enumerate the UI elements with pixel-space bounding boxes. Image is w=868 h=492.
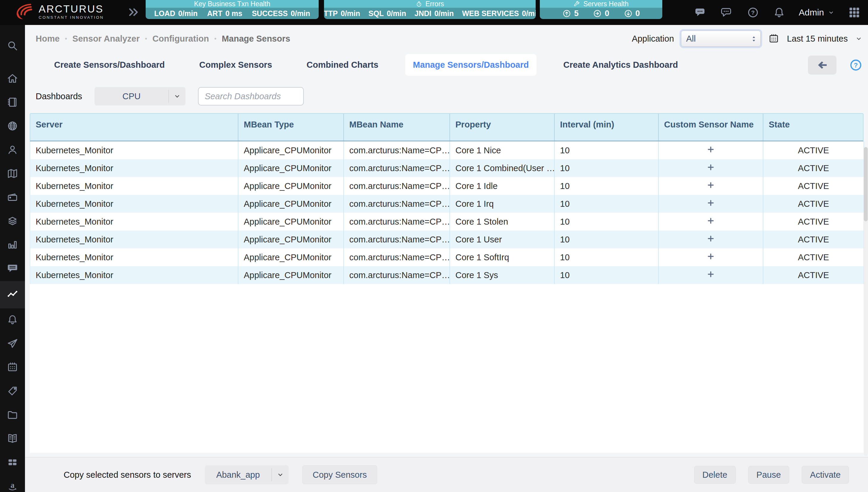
sidebar-item-globe[interactable] [0, 115, 25, 139]
tab-complex-sensors[interactable]: Complex Sensors [191, 54, 280, 76]
sidebar-item-amazon[interactable]: a [0, 475, 25, 492]
sidebar-item-line-chart[interactable] [0, 281, 25, 309]
cell-property: Core 1 Combined(User … [450, 159, 555, 177]
breadcrumb-item-home[interactable]: Home [36, 34, 60, 44]
app-logo[interactable]: ARCTURUS CONSTANT INNOVATION [14, 1, 104, 22]
calendar-icon[interactable] [768, 33, 780, 45]
search-icon [6, 40, 19, 53]
errors-panel[interactable]: Errors HTTP0/minSQL0/minJNDI0/minWEB SER… [324, 0, 536, 19]
custom-sensor-add-button[interactable] [659, 177, 763, 195]
custom-sensor-add-button[interactable] [659, 142, 763, 159]
sidebar-item-user[interactable] [0, 139, 25, 162]
sidebar-item-search[interactable] [0, 34, 25, 58]
breadcrumb-item-sensor-analyzer[interactable]: Sensor Analyzer [73, 34, 140, 44]
custom-sensor-add-button[interactable] [659, 230, 763, 248]
sidebar-item-notebook[interactable] [0, 91, 25, 115]
metric-value: 0/min [522, 9, 536, 18]
cell-mbean_name: com.arcturus:Name=CP… [344, 159, 450, 177]
col-header-property[interactable]: Property [450, 114, 555, 141]
pause-button[interactable]: Pause [748, 466, 789, 484]
col-header-server[interactable]: Server [30, 114, 238, 141]
copy-sensors-label: Copy selected sensors to servers [64, 470, 191, 480]
table-scrollbar[interactable] [864, 147, 868, 456]
cell-property: Core 1 Irq [450, 195, 555, 213]
custom-sensor-add-button[interactable] [659, 266, 763, 284]
time-range-chevron-icon[interactable] [855, 35, 863, 43]
chat-filled-icon[interactable] [694, 6, 707, 19]
table-row[interactable]: Kubernetes_MonitorApplicare_CPUMonitorco… [30, 159, 864, 177]
table-row[interactable]: Kubernetes_MonitorApplicare_CPUMonitorco… [30, 195, 864, 213]
custom-sensor-add-button[interactable] [659, 248, 763, 266]
sidebar-item-map[interactable] [0, 162, 25, 186]
table-row[interactable]: Kubernetes_MonitorApplicare_CPUMonitorco… [30, 213, 864, 230]
col-header-state[interactable]: State [763, 114, 864, 141]
application-select-value: All [686, 34, 696, 44]
breadcrumb-separator: • [65, 35, 67, 42]
sidebar-item-wallet[interactable] [0, 186, 25, 210]
chat-outline-icon[interactable] [720, 6, 733, 19]
admin-menu[interactable]: Admin [799, 7, 835, 18]
sidebar-item-tag[interactable] [0, 380, 25, 403]
sidebar-item-folder[interactable] [0, 403, 25, 427]
breadcrumb-separator: • [145, 35, 147, 42]
help-circle-icon[interactable]: ? [746, 6, 760, 19]
folder-icon [6, 409, 19, 422]
metric-value: 0 ms [225, 9, 242, 18]
tab-create-analytics-dashboard[interactable]: Create Analytics Dashboard [556, 54, 686, 76]
table-row[interactable]: Kubernetes_MonitorApplicare_CPUMonitorco… [30, 230, 864, 248]
activate-button[interactable]: Activate [802, 466, 849, 484]
custom-sensor-add-button[interactable] [659, 195, 763, 213]
col-header-interval-min[interactable]: Interval (min) [555, 114, 659, 141]
plus-icon [706, 270, 715, 281]
sidebar-item-layers[interactable] [0, 210, 25, 233]
table-row[interactable]: Kubernetes_MonitorApplicare_CPUMonitorco… [30, 266, 864, 284]
table-row[interactable]: Kubernetes_MonitorApplicare_CPUMonitorco… [30, 177, 864, 195]
table-row[interactable]: Kubernetes_MonitorApplicare_CPUMonitorco… [30, 248, 864, 266]
tag-icon [6, 385, 19, 398]
help-icon[interactable]: ? [849, 58, 863, 72]
arcturus-logo-icon [14, 1, 34, 22]
target-server-select[interactable]: Abank_app [205, 465, 289, 484]
delete-button[interactable]: Delete [694, 466, 736, 484]
kbt-health-panel[interactable]: Key Business Txn Health LOAD0/minART0 ms… [146, 0, 319, 19]
dashboard-select[interactable]: CPU [95, 87, 186, 105]
plus-icon [706, 198, 715, 210]
metric-label: HTTP [324, 9, 338, 18]
apps-grid-icon[interactable] [848, 6, 861, 19]
col-header-custom-sensor-name[interactable]: Custom Sensor Name [659, 114, 763, 141]
dashboard-search-input[interactable] [198, 87, 304, 105]
tab-manage-sensors-dashboard[interactable]: Manage Sensors/Dashboard [405, 54, 536, 76]
breadcrumb-item-configuration[interactable]: Configuration [152, 34, 209, 44]
custom-sensor-add-button[interactable] [659, 213, 763, 230]
col-header-mbean-name[interactable]: MBean Name [344, 114, 450, 141]
copy-sensors-button[interactable]: Copy Sensors [302, 465, 377, 484]
time-range-label[interactable]: Last 15 minutes [787, 34, 848, 44]
sidebar-item-bell[interactable] [0, 309, 25, 332]
sidebar-item-book[interactable] [0, 427, 25, 451]
custom-sensor-add-button[interactable] [659, 159, 763, 177]
cell-interval: 10 [555, 266, 659, 284]
col-header-mbean-type[interactable]: MBean Type [238, 114, 344, 141]
sidebar-item-bar-chart[interactable] [0, 233, 25, 257]
cell-property: Core 1 User [450, 230, 555, 248]
sidebar-item-comments[interactable] [0, 257, 25, 281]
breadcrumb-item-manage-sensors[interactable]: Manage Sensors [222, 34, 290, 44]
back-button[interactable] [808, 55, 837, 75]
sidebar-item-calendar[interactable] [0, 356, 25, 380]
book-icon [6, 432, 19, 446]
collapse-chevrons-icon[interactable] [127, 6, 140, 20]
sidebar-item-home[interactable] [0, 67, 25, 91]
user-icon [6, 144, 19, 157]
sidebar-item-send[interactable] [0, 332, 25, 356]
tab-create-sensors-dashboard[interactable]: Create Sensors/Dashboard [46, 54, 172, 76]
sidebar-item-blocks[interactable] [0, 451, 25, 475]
servers-health-panel[interactable]: Servers Health 500 [540, 0, 662, 19]
notifications-bell-icon[interactable] [773, 6, 786, 19]
application-select[interactable]: All [681, 31, 761, 47]
tab-combined-charts[interactable]: Combined Charts [299, 54, 386, 76]
plus-icon [706, 181, 715, 192]
blocks-icon [6, 456, 19, 470]
scrollbar-thumb[interactable] [864, 147, 868, 221]
table-row[interactable]: Kubernetes_MonitorApplicare_CPUMonitorco… [30, 142, 864, 159]
cell-server: Kubernetes_Monitor [30, 142, 238, 159]
